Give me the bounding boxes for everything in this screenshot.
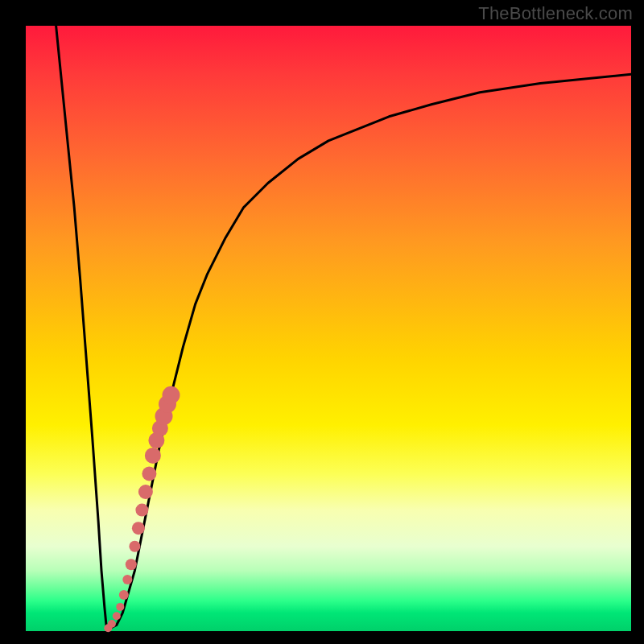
sample-dot — [138, 485, 153, 499]
sample-dot — [132, 522, 145, 535]
sample-dot — [126, 559, 137, 570]
sample-dot — [163, 386, 180, 404]
sample-dot — [116, 603, 124, 611]
chart-frame: TheBottleneck.com — [0, 0, 644, 644]
sample-dot — [119, 590, 129, 600]
sample-dot — [142, 467, 156, 481]
sample-dot — [113, 612, 121, 620]
sample-dot — [122, 575, 132, 584]
chart-overlay — [26, 26, 631, 631]
sample-dot — [129, 541, 140, 552]
watermark-text: TheBottleneck.com — [478, 3, 633, 24]
bottleneck-curve — [56, 26, 631, 628]
sample-dot — [108, 620, 116, 628]
sample-dots — [104, 386, 180, 633]
sample-dot — [135, 504, 148, 517]
sample-dot — [145, 448, 161, 464]
